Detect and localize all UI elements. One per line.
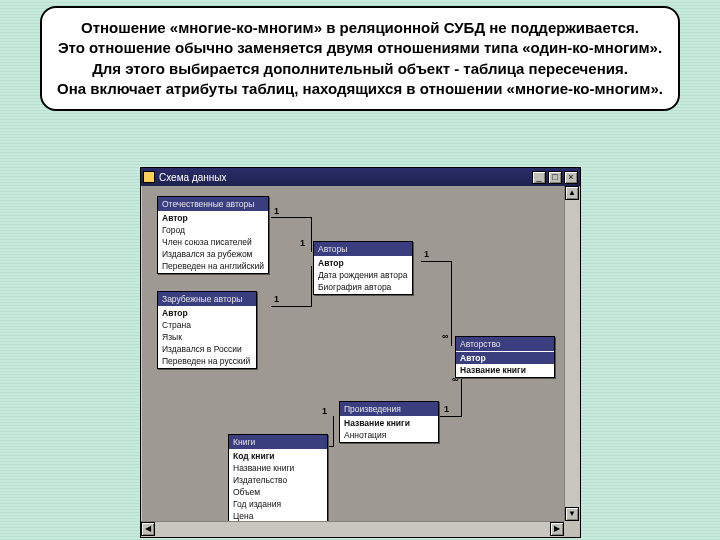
app-icon	[143, 171, 155, 183]
field[interactable]: Дата рождения автора	[314, 269, 412, 281]
table-title[interactable]: Зарубежные авторы	[158, 292, 256, 306]
scrollbar-vertical[interactable]: ▲ ▼	[564, 186, 580, 521]
field[interactable]: Автор	[158, 212, 268, 224]
field[interactable]: Название книги	[229, 462, 327, 474]
table-title[interactable]: Книги	[229, 435, 327, 449]
field[interactable]: Переведен на английский	[158, 260, 268, 272]
field-list: Автор Город Член союза писателей Издавал…	[158, 211, 268, 273]
scrollbar-horizontal[interactable]: ◀ ▶	[141, 521, 564, 537]
field[interactable]: Язык	[158, 331, 256, 343]
link-t3-t2	[271, 306, 311, 307]
rel-one: 1	[423, 249, 430, 259]
field[interactable]: Переведен на русский	[158, 355, 256, 367]
table-title[interactable]: Произведения	[340, 402, 438, 416]
schema-window: Схема данных _ □ × 1 1 1 1 ∞ 1 ∞ ∞ 1 Оте…	[140, 167, 581, 538]
maximize-button[interactable]: □	[548, 171, 562, 184]
field[interactable]: Автор	[314, 257, 412, 269]
field[interactable]: Издавался за рубежом	[158, 248, 268, 260]
window-title: Схема данных	[159, 172, 227, 183]
minimize-button[interactable]: _	[532, 171, 546, 184]
window-controls: _ □ ×	[532, 171, 578, 184]
field[interactable]: Автор	[456, 352, 554, 364]
close-button[interactable]: ×	[564, 171, 578, 184]
table-title[interactable]: Авторы	[314, 242, 412, 256]
field[interactable]: Член союза писателей	[158, 236, 268, 248]
field[interactable]: Страна	[158, 319, 256, 331]
titlebar[interactable]: Схема данных _ □ ×	[141, 168, 580, 186]
table-title[interactable]: Авторство	[456, 337, 554, 351]
scroll-right-button[interactable]: ▶	[550, 522, 564, 536]
table-foreign-authors[interactable]: Зарубежные авторы Автор Страна Язык Изда…	[157, 291, 257, 369]
field[interactable]: Название книги	[340, 417, 438, 429]
field-list: Название книги Аннотация	[340, 416, 438, 442]
rel-one: 1	[273, 294, 280, 304]
rel-one: 1	[321, 406, 328, 416]
link-t3-t2-v	[311, 266, 312, 307]
field[interactable]: Автор	[158, 307, 256, 319]
callout-text: Отношение «многие-ко-многим» в реляционн…	[57, 19, 663, 97]
scroll-down-button[interactable]: ▼	[565, 507, 579, 521]
table-works[interactable]: Произведения Название книги Аннотация	[339, 401, 439, 443]
link-t1-t2	[271, 217, 311, 218]
field[interactable]: Издательство	[229, 474, 327, 486]
field-list: Код книги Название книги Издательство Об…	[229, 449, 327, 521]
field[interactable]: Название книги	[456, 364, 554, 376]
field[interactable]: Издавался в России	[158, 343, 256, 355]
titlebar-left: Схема данных	[143, 171, 227, 183]
scroll-up-button[interactable]: ▲	[565, 186, 579, 200]
rel-one: 1	[299, 238, 306, 248]
field[interactable]: Аннотация	[340, 429, 438, 441]
table-books[interactable]: Книги Код книги Название книги Издательс…	[228, 434, 328, 521]
field-list: Автор Название книги	[456, 351, 554, 377]
link-t1-t2-v	[311, 217, 312, 252]
field-list: Автор Страна Язык Издавался в России Пер…	[158, 306, 256, 368]
explanation-callout: Отношение «многие-ко-многим» в реляционн…	[40, 6, 680, 111]
table-authorship[interactable]: Авторство Автор Название книги	[455, 336, 555, 378]
field[interactable]: Цена	[229, 510, 327, 521]
field[interactable]: Город	[158, 224, 268, 236]
table-authors[interactable]: Авторы Автор Дата рождения автора Биогра…	[313, 241, 413, 295]
link-t2-t4-v	[451, 261, 452, 346]
size-grip[interactable]	[564, 521, 580, 537]
table-title[interactable]: Отечественные авторы	[158, 197, 268, 211]
table-domestic-authors[interactable]: Отечественные авторы Автор Город Член со…	[157, 196, 269, 274]
field[interactable]: Код книги	[229, 450, 327, 462]
relationship-canvas[interactable]: 1 1 1 1 ∞ 1 ∞ ∞ 1 Отечественные авторы А…	[143, 186, 564, 521]
rel-many: ∞	[441, 331, 449, 341]
rel-one: 1	[443, 404, 450, 414]
link-t2-t4	[421, 261, 451, 262]
field[interactable]: Объем	[229, 486, 327, 498]
rel-one: 1	[273, 206, 280, 216]
field[interactable]: Год издания	[229, 498, 327, 510]
field-list: Автор Дата рождения автора Биография авт…	[314, 256, 412, 294]
scroll-left-button[interactable]: ◀	[141, 522, 155, 536]
link-t6-t5-v	[333, 416, 334, 447]
field[interactable]: Биография автора	[314, 281, 412, 293]
